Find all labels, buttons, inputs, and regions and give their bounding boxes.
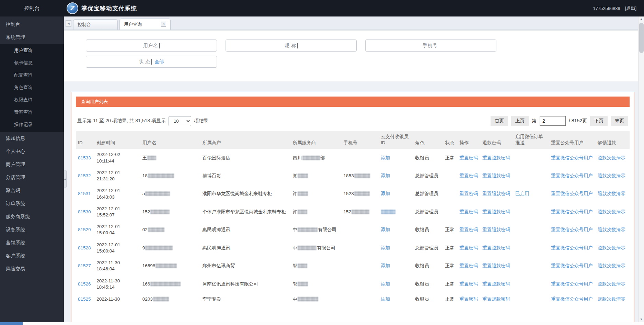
reset-refund-password-link[interactable]: 重置退款密码	[482, 173, 510, 178]
vertical-scrollbar[interactable]: ▲ ▼	[638, 16, 644, 322]
add-cashier-link[interactable]: 添加	[381, 296, 390, 302]
user-id-link[interactable]: 81526	[78, 281, 91, 287]
sidebar-item-aggregate-code[interactable]: 聚合码	[0, 184, 64, 197]
user-id-link[interactable]: 81532	[78, 173, 91, 178]
reset-refund-password-link[interactable]: 重置退款密码	[482, 155, 510, 160]
reset-refund-password-link[interactable]: 重置退款密码	[482, 296, 510, 302]
reset-wechat-user-link[interactable]: 重置微信公众号用户	[551, 191, 593, 196]
reset-password-link[interactable]: 重置密码	[459, 155, 478, 160]
reset-wechat-user-link[interactable]: 重置微信公众号用户	[551, 227, 593, 232]
user-id-link[interactable]: 81525	[78, 296, 91, 302]
reset-password-link[interactable]: 重置密码	[459, 209, 478, 214]
tab-user-query[interactable]: 用户查询✕	[119, 19, 171, 30]
sidebar-item-merchant-management[interactable]: 商户管理	[0, 158, 64, 171]
refund-count-reset-link[interactable]: 退款次数清零	[598, 155, 625, 160]
sidebar-item-card-info[interactable]: 领卡信息	[0, 57, 64, 69]
column-header: 退款密码	[480, 131, 513, 149]
reset-wechat-user-link[interactable]: 重置微信公众号用户	[551, 209, 593, 214]
scrollbar-thumb[interactable]	[639, 23, 644, 53]
prev-page-button[interactable]: 上页	[511, 116, 529, 126]
sidebar-item-marketing-system[interactable]: 营销系统	[0, 236, 64, 249]
reset-password-link[interactable]: 重置密码	[459, 173, 478, 178]
reset-password-link[interactable]: 重置密码	[459, 296, 478, 302]
page-number-input[interactable]	[540, 116, 566, 126]
sidebar-item-customer-system[interactable]: 客户系统	[0, 249, 64, 262]
cell-id: 81533	[76, 149, 94, 167]
next-page-button[interactable]: 下页	[590, 116, 608, 126]
sidebar-item-system-management[interactable]: 系统管理	[0, 31, 64, 44]
sidebar-item-role-query[interactable]: 角色查询	[0, 81, 64, 94]
status-select[interactable]: 状 态 全部	[86, 56, 217, 68]
sidebar-item-console[interactable]: 控制台	[0, 18, 64, 31]
user-id-link[interactable]: 81530	[78, 209, 91, 214]
sidebar-item-risk-transaction[interactable]: 风险交易	[0, 262, 64, 276]
close-icon[interactable]: ✕	[161, 22, 166, 27]
sidebar-item-permission-query[interactable]: 权限查询	[0, 94, 64, 106]
user-id-link[interactable]: 81528	[78, 245, 91, 250]
scroll-up-icon[interactable]: ▲	[639, 16, 644, 22]
reset-refund-password-link[interactable]: 重置退款密码	[482, 227, 510, 232]
sidebar-item-rate-query[interactable]: 费率查询	[0, 106, 64, 119]
reset-wechat-user-link[interactable]: 重置微信公众号用户	[551, 245, 593, 250]
sidebar-item-user-query[interactable]: 用户查询	[0, 44, 64, 57]
reset-password-link[interactable]: 重置密码	[459, 245, 478, 250]
sidebar-item-add-info[interactable]: 添加信息	[0, 132, 64, 145]
search-input-nickname[interactable]: 昵 称	[226, 40, 357, 52]
add-cashier-link[interactable]: 添加	[381, 281, 390, 287]
first-page-button[interactable]: 首页	[491, 116, 508, 126]
add-cashier-link[interactable]: 添加	[381, 227, 390, 232]
sidebar-item-operation-log[interactable]: 操作记录	[0, 119, 64, 131]
status-value[interactable]: 全部	[154, 59, 164, 65]
reset-refund-password-link[interactable]: 重置退款密码	[482, 281, 510, 287]
sidebar-item-order-system[interactable]: 订单系统	[0, 197, 64, 210]
sidebar-item-personal-center[interactable]: 个人中心	[0, 145, 64, 158]
refund-count-reset-link[interactable]: 退款次数清零	[598, 173, 625, 178]
sidebar-item-config-query[interactable]: 配置查询	[0, 69, 64, 81]
horizontal-scrollbar-thumb[interactable]	[0, 322, 23, 325]
refund-count-reset-link[interactable]: 退款次数清零	[598, 191, 625, 196]
search-input-phone[interactable]: 手机号	[365, 40, 496, 52]
user-id-link[interactable]: 81533	[78, 155, 91, 160]
horizontal-scrollbar[interactable]	[0, 322, 644, 325]
tab-console[interactable]: 控制台	[73, 19, 118, 30]
sidebar-collapse-handle[interactable]: ◀	[64, 170, 67, 188]
user-id-link[interactable]: 81531	[78, 191, 91, 196]
page-size-select[interactable]: 10	[169, 116, 191, 126]
refund-count-reset-link[interactable]: 退款次数清零	[598, 281, 625, 287]
add-cashier-link[interactable]: 添加	[381, 191, 390, 196]
add-cashier-link[interactable]: 添加	[381, 173, 390, 178]
reset-refund-password-link[interactable]: 重置退款密码	[482, 245, 510, 250]
add-cashier-link[interactable]: 添加	[381, 263, 390, 268]
sidebar-item-branch-management[interactable]: 分店管理	[0, 171, 64, 184]
table-row: 815252022-11-300203李宁专卖中添加收银员正常重置密码重置退款密…	[76, 293, 630, 306]
reset-refund-password-link[interactable]: 重置退款密码	[482, 263, 510, 268]
refund-count-reset-link[interactable]: 退款次数清零	[598, 227, 625, 232]
reset-password-link[interactable]: 重置密码	[459, 191, 478, 196]
reset-wechat-user-link[interactable]: 重置微信公众号用户	[551, 173, 593, 178]
reset-refund-password-link[interactable]: 重置退款密码	[482, 191, 510, 196]
cell-unlock-refund: 退款次数清零	[596, 257, 630, 275]
user-id-link[interactable]: 81527	[78, 263, 91, 268]
reset-password-link[interactable]: 重置密码	[459, 227, 478, 232]
reset-password-link[interactable]: 重置密码	[459, 263, 478, 268]
reset-wechat-user-link[interactable]: 重置微信公众号用户	[551, 296, 593, 302]
sidebar-item-service-provider-system[interactable]: 服务商系统	[0, 210, 64, 223]
add-cashier-link[interactable]: 添加	[381, 155, 390, 160]
refund-count-reset-link[interactable]: 退款次数清零	[598, 245, 625, 250]
reset-wechat-user-link[interactable]: 重置微信公众号用户	[551, 281, 593, 287]
refund-count-reset-link[interactable]: 退款次数清零	[598, 209, 625, 214]
reset-wechat-user-link[interactable]: 重置微信公众号用户	[551, 263, 593, 268]
user-id-link[interactable]: 81529	[78, 227, 91, 232]
reset-wechat-user-link[interactable]: 重置微信公众号用户	[551, 155, 593, 160]
refund-count-reset-link[interactable]: 退款次数清零	[598, 263, 625, 268]
sidebar-item-device-system[interactable]: 设备系统	[0, 223, 64, 236]
scroll-down-icon[interactable]: ▼	[639, 317, 644, 322]
reset-password-link[interactable]: 重置密码	[459, 281, 478, 287]
last-page-button[interactable]: 末页	[611, 116, 628, 126]
refund-count-reset-link[interactable]: 退款次数清零	[598, 296, 625, 302]
tab-scroll-left-icon[interactable]: ◀	[66, 20, 71, 27]
logout-link[interactable]: [退出]	[625, 5, 636, 11]
reset-refund-password-link[interactable]: 重置退款密码	[482, 209, 510, 214]
search-input-username[interactable]: 用户名	[86, 40, 217, 52]
add-cashier-link[interactable]: 添加	[381, 245, 390, 250]
